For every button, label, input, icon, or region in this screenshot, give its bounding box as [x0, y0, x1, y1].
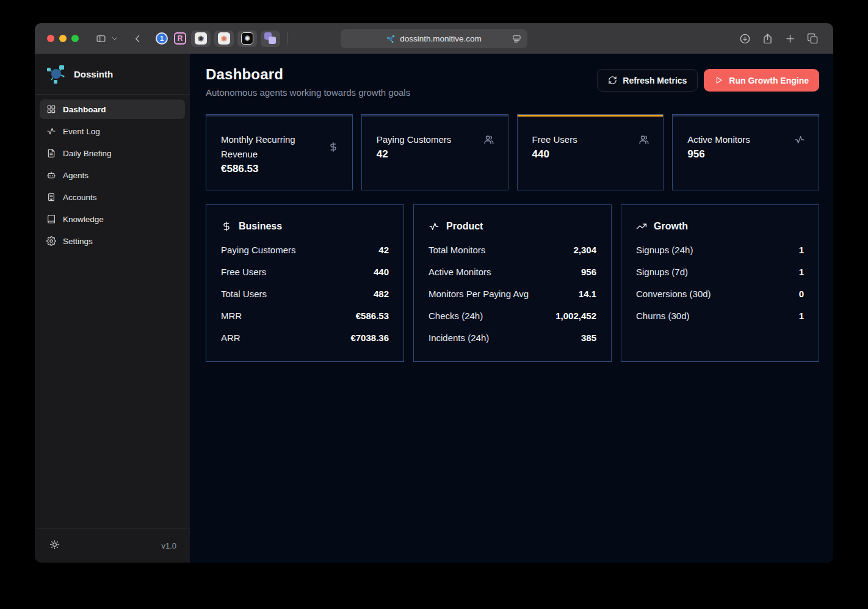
bot-icon — [46, 170, 56, 180]
share-icon[interactable] — [759, 31, 776, 46]
refresh-icon — [608, 76, 617, 85]
new-tab-icon[interactable] — [781, 31, 798, 46]
sidebar-toggle-icon[interactable] — [92, 31, 109, 46]
detail-card-product: Product Total Monitors 2,304 Active Moni… — [413, 204, 612, 362]
address-bar[interactable]: dossinth.monitive.com — [341, 29, 527, 48]
metric-row: Checks (24h) 1,002,452 — [429, 304, 596, 326]
sidebar-nav: Dashboard Event Log Daily Briefing Agent… — [35, 95, 190, 256]
chatgpt-extension-icon[interactable]: ✺ — [191, 31, 211, 47]
dollar-icon — [328, 142, 339, 153]
page-header: Dashboard Autonomous agents working towa… — [206, 66, 819, 98]
sidebar-item-label: Event Log — [63, 127, 100, 136]
metric-row: Monitors Per Paying Avg 14.1 — [429, 283, 596, 304]
refresh-metrics-button[interactable]: Refresh Metrics — [597, 69, 698, 92]
stat-card-label: Free Users — [532, 132, 577, 147]
gear-icon — [46, 236, 56, 246]
sidebar-item-event-log[interactable]: Event Log — [40, 121, 185, 141]
metric-label: Total Monitors — [429, 245, 485, 255]
stat-card: Monthly Recurring Revenue €586.53 — [206, 114, 353, 190]
theme-toggle-sun-icon[interactable] — [48, 539, 60, 552]
dollar-icon — [221, 221, 232, 232]
sidebar-item-knowledge[interactable]: Knowledge — [40, 209, 185, 229]
detail-card-title: Business — [239, 221, 282, 232]
dashboard-main: Dashboard Autonomous agents working towa… — [190, 54, 833, 563]
building-icon — [46, 192, 56, 202]
chevron-down-icon[interactable] — [109, 31, 120, 46]
downloads-icon[interactable] — [736, 31, 753, 46]
url-text: dossinth.monitive.com — [400, 34, 482, 43]
trending-up-icon — [636, 221, 647, 232]
version-label: v1.0 — [161, 541, 176, 550]
stat-card-label: Paying Customers — [377, 132, 452, 147]
metric-row: Signups (24h) 1 — [636, 239, 804, 261]
metric-row: MRR €586.53 — [221, 304, 389, 326]
metric-label: MRR — [221, 311, 242, 321]
run-growth-engine-button[interactable]: Run Growth Engine — [704, 69, 819, 92]
page-subtitle: Autonomous agents working towards growth… — [206, 87, 410, 98]
stat-card-accent-bar — [673, 115, 819, 117]
metric-label: Paying Customers — [221, 245, 296, 255]
back-button[interactable] — [129, 31, 146, 46]
metric-value: 2,304 — [573, 245, 596, 255]
minimize-window-button[interactable] — [59, 35, 67, 42]
toolbar-right-icons — [736, 31, 821, 46]
brand: Dossinth — [35, 54, 190, 95]
tab-group-extension-icon[interactable] — [261, 31, 280, 47]
sidebar-item-label: Dashboard — [63, 105, 106, 114]
metric-value: €7038.36 — [350, 333, 389, 343]
sidebar-item-daily-briefing[interactable]: Daily Briefing — [40, 143, 185, 163]
stat-card-label: Active Monitors — [687, 132, 750, 147]
zoom-window-button[interactable] — [71, 35, 79, 42]
close-window-button[interactable] — [47, 35, 54, 42]
metric-label: Incidents (24h) — [429, 333, 489, 343]
activity-icon — [794, 134, 805, 145]
metric-label: ARR — [221, 333, 241, 343]
extension-row: 1 R ✺ ✺ ✺ — [154, 31, 280, 47]
metric-label: Active Monitors — [429, 267, 491, 277]
dark-star-extension-icon[interactable]: ✺ — [237, 31, 257, 47]
metric-row: Incidents (24h) 385 — [429, 326, 596, 348]
metric-value: 1 — [799, 245, 804, 255]
activity-icon — [429, 221, 439, 232]
browser-toolbar: 1 R ✺ ✺ ✺ dossinth.monitive.com — [35, 23, 833, 54]
metric-row: Churns (30d) 1 — [636, 304, 804, 326]
metric-value: 42 — [378, 245, 389, 255]
sidebar-item-label: Daily Briefing — [63, 149, 112, 158]
sidebar-item-agents[interactable]: Agents — [40, 165, 185, 185]
metric-label: Total Users — [221, 289, 267, 299]
stat-card-grid: Monthly Recurring Revenue €586.53 Paying… — [206, 114, 819, 190]
stat-card-value: 42 — [377, 148, 494, 160]
sidebar-item-label: Agents — [63, 171, 89, 180]
stat-card-accent-bar — [518, 115, 664, 117]
metric-row: Conversions (30d) 0 — [636, 283, 804, 304]
metric-row: Signups (7d) 1 — [636, 261, 804, 283]
sidebar-item-settings[interactable]: Settings — [40, 231, 185, 251]
detail-card-grid: Business Paying Customers 42 Free Users … — [206, 204, 819, 362]
activity-icon — [46, 126, 56, 136]
sidebar-item-accounts[interactable]: Accounts — [40, 187, 185, 207]
dashboard-icon — [46, 104, 56, 114]
header-actions: Refresh Metrics Run Growth Engine — [597, 69, 819, 92]
sidebar-item-dashboard[interactable]: Dashboard — [40, 99, 185, 119]
brand-name: Dossinth — [74, 69, 113, 79]
screen: 1 R ✺ ✺ ✺ dossinth.monitive.com — [0, 0, 868, 609]
stat-card-label: Monthly Recurring Revenue — [221, 132, 313, 162]
file-text-icon — [46, 148, 56, 158]
site-favicon — [386, 34, 396, 43]
metric-row: Active Monitors 956 — [429, 261, 596, 283]
reader-mode-icon[interactable] — [512, 34, 522, 44]
detail-card-title: Product — [446, 221, 483, 232]
raycast-extension-icon[interactable]: R — [173, 31, 187, 46]
metric-value: 385 — [581, 333, 596, 343]
claude-extension-icon[interactable]: ✺ — [214, 31, 234, 47]
detail-card-title: Growth — [654, 221, 688, 232]
metric-label: Free Users — [221, 267, 266, 277]
1password-extension-icon[interactable]: 1 — [154, 31, 169, 46]
stat-card-accent-bar — [206, 115, 352, 117]
metric-value: 14.1 — [579, 289, 596, 299]
metric-value: €586.53 — [356, 311, 389, 321]
tab-overview-icon[interactable] — [804, 31, 821, 46]
book-icon — [46, 214, 56, 224]
stat-card: Free Users 440 — [517, 114, 664, 190]
stat-card-value: 956 — [687, 148, 805, 160]
